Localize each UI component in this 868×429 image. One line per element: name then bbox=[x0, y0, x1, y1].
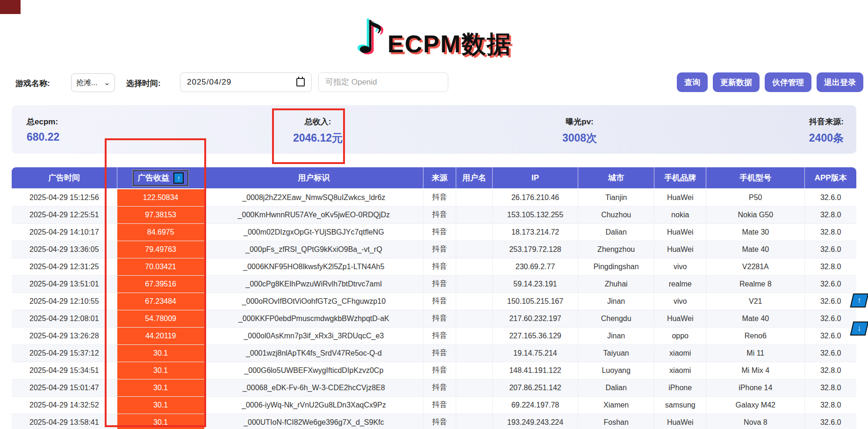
table-header-row: 广告时间广告收益↑用户标识来源用户名IP城市手机品牌手机型号APP版本 bbox=[12, 167, 856, 189]
cell-city: Jinan bbox=[578, 327, 654, 344]
logout-button[interactable]: 退出登录 bbox=[817, 72, 863, 92]
cell-phone-brand: xiaomi bbox=[654, 344, 706, 362]
cell-phone-model: Mate 40 bbox=[706, 241, 805, 258]
cell-source: 抖音 bbox=[423, 258, 456, 275]
cell-app-version: 32.6.0 bbox=[805, 241, 856, 258]
openid-input[interactable] bbox=[318, 72, 448, 92]
cell-city: Dalian bbox=[578, 223, 654, 241]
cell-phone-model: Galaxy M42 bbox=[706, 396, 805, 414]
stat-total-revenue-label: 总收入: bbox=[271, 116, 365, 127]
cell-source: 抖音 bbox=[423, 223, 456, 241]
cell-source: 抖音 bbox=[423, 275, 456, 293]
cell-user-openid: _0001wzj8nlApTK4fs_SrdV47Re5oc-Q-d bbox=[204, 344, 423, 362]
cell-app-version: 32.8.0 bbox=[805, 206, 856, 223]
cell-phone-model: P50 bbox=[706, 189, 805, 206]
stat-total-ecpm: 总ecpm:680.22 bbox=[27, 116, 59, 143]
cell-source: 抖音 bbox=[423, 414, 456, 429]
cell-ip: 19.14.75.214 bbox=[493, 344, 578, 362]
table-row: 2025-04-29 14:10:1784.6975_000m02DIzgxOp… bbox=[12, 223, 856, 241]
stat-total-ecpm-label: 总ecpm: bbox=[27, 116, 59, 127]
cell-source: 抖音 bbox=[423, 293, 456, 310]
cell-ad-revenue: 67.39516 bbox=[117, 275, 204, 293]
cell-user-openid: _000m02DIzgxOpGt-YUjSBGJYc7qtfleNG bbox=[204, 223, 423, 241]
cell-user-openid: _000KKFP0ebdPmuscmdwgkbBWzhpqtD-aK bbox=[204, 310, 423, 327]
tiktok-note-icon: ♪ bbox=[356, 14, 385, 61]
cell-phone-model: Nova 8 bbox=[706, 414, 805, 429]
cell-ad-time: 2025-04-29 15:34:51 bbox=[12, 362, 117, 379]
query-button[interactable]: 查询 bbox=[677, 72, 708, 92]
cell-username bbox=[456, 241, 492, 258]
ecpm-dashboard: ♪ ECPM数据 游戏名称: 抢滩... ⌄ 选择时间: 2025/04/29 … bbox=[0, 0, 868, 429]
cell-source: 抖音 bbox=[423, 327, 456, 344]
cell-ad-time: 2025-04-29 12:08:01 bbox=[12, 310, 117, 327]
cell-phone-brand: HuaWei bbox=[654, 189, 706, 206]
cell-phone-brand: oppo bbox=[654, 327, 706, 344]
game-select[interactable]: 抢滩... ⌄ bbox=[71, 73, 115, 92]
cell-ad-time: 2025-04-29 15:37:12 bbox=[12, 344, 117, 362]
cell-phone-brand: samsung bbox=[654, 396, 706, 414]
cell-app-version: 32.6.0 bbox=[805, 344, 856, 362]
cell-phone-brand: vivo bbox=[654, 293, 706, 310]
cell-username bbox=[456, 396, 492, 414]
cell-username bbox=[456, 362, 492, 379]
cell-ad-revenue: 30.1 bbox=[117, 344, 204, 362]
cell-city: Foshan bbox=[578, 414, 654, 429]
calendar-icon[interactable] bbox=[296, 78, 305, 86]
page-logo: ♪ ECPM数据 bbox=[0, 8, 868, 61]
jump-up-badge-icon: ↑ bbox=[857, 296, 861, 305]
stat-total-ecpm-value: 680.22 bbox=[27, 131, 59, 143]
cell-ip: 230.69.2.77 bbox=[493, 258, 578, 275]
cell-phone-model: Mate 40 bbox=[706, 310, 805, 327]
col-header-user-openid[interactable]: 用户标识 bbox=[204, 167, 423, 189]
cell-ip: 207.86.251.142 bbox=[493, 379, 578, 396]
update-data-button[interactable]: 更新数据 bbox=[713, 72, 760, 92]
col-header-ad-time[interactable]: 广告时间 bbox=[12, 167, 117, 189]
jump-down-badge[interactable]: ↓ bbox=[850, 322, 868, 336]
sort-up-button[interactable]: ↑ bbox=[173, 172, 184, 184]
cell-ad-time: 2025-04-29 13:51:01 bbox=[12, 275, 117, 293]
col-header-username[interactable]: 用户名 bbox=[456, 167, 492, 189]
cell-source: 抖音 bbox=[423, 206, 456, 223]
col-header-ad-revenue[interactable]: 广告收益↑ bbox=[117, 167, 204, 189]
stat-total-revenue: 总收入:2046.12元 bbox=[271, 116, 365, 145]
col-header-app-version[interactable]: APP版本 bbox=[805, 167, 856, 189]
cell-app-version: 32.8.0 bbox=[805, 396, 856, 414]
cell-ip: 153.105.132.255 bbox=[493, 206, 578, 223]
cell-app-version: 32.6.0 bbox=[805, 293, 856, 310]
chevron-down-icon: ⌄ bbox=[104, 79, 110, 87]
cell-ip: 217.60.232.197 bbox=[493, 310, 578, 327]
cell-username bbox=[456, 327, 492, 344]
time-label: 选择时间: bbox=[126, 78, 161, 89]
cell-phone-brand: HuaWei bbox=[654, 223, 706, 241]
cell-phone-brand: realme bbox=[654, 275, 706, 293]
cell-ad-time: 2025-04-29 15:01:47 bbox=[12, 379, 117, 396]
ecpm-table: 广告时间广告收益↑用户标识来源用户名IP城市手机品牌手机型号APP版本 2025… bbox=[12, 167, 856, 429]
table-row: 2025-04-29 14:32:5230.1_0006-iyWq-Nk_rVn… bbox=[12, 396, 856, 414]
col-header-phone-model[interactable]: 手机型号 bbox=[706, 167, 805, 189]
partner-manage-button[interactable]: 伙伴管理 bbox=[765, 72, 811, 92]
cell-phone-brand: HuaWei bbox=[654, 414, 706, 429]
cell-phone-model: V21 bbox=[706, 293, 805, 310]
cell-app-version: 32.6.0 bbox=[805, 414, 856, 429]
date-input[interactable]: 2025/04/29 bbox=[180, 72, 312, 92]
col-header-source[interactable]: 来源 bbox=[423, 167, 456, 189]
cell-ip: 227.165.36.129 bbox=[493, 327, 578, 344]
cell-user-openid: _000KmHwnnRU57AYe_oKv5jwEO-0RDQjDz bbox=[204, 206, 423, 223]
cell-source: 抖音 bbox=[423, 379, 456, 396]
cell-app-version: 32.8.0 bbox=[805, 223, 856, 241]
col-header-ip[interactable]: IP bbox=[493, 167, 578, 189]
col-header-city[interactable]: 城市 bbox=[578, 167, 654, 189]
cell-city: Zhengzhou bbox=[578, 241, 654, 258]
col-header-phone-brand[interactable]: 手机品牌 bbox=[654, 167, 706, 189]
cell-ad-time: 2025-04-29 13:26:28 bbox=[12, 327, 117, 344]
cell-user-openid: _000cPg8KEIhPwzuWiRvlh7btDtrvc7amI bbox=[204, 275, 423, 293]
cell-username bbox=[456, 223, 492, 241]
cell-ad-time: 2025-04-29 12:25:51 bbox=[12, 206, 117, 223]
col-header-ad-revenue-label: 广告收益 bbox=[137, 172, 169, 183]
cell-ad-revenue: 30.1 bbox=[117, 362, 204, 379]
cell-city: Dalian bbox=[578, 379, 654, 396]
jump-up-badge[interactable]: ↑ bbox=[850, 293, 868, 307]
cell-phone-model: iPhone 14 bbox=[706, 379, 805, 396]
cell-city: Xiamen bbox=[578, 396, 654, 414]
jump-down-badge-icon: ↓ bbox=[857, 324, 861, 333]
